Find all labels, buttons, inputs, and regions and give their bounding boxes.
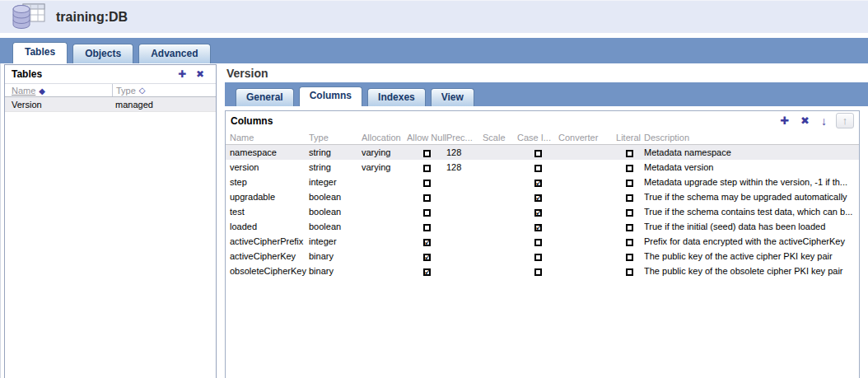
col-header-description[interactable]: Description <box>644 133 859 142</box>
case-insensitive-checkbox[interactable] <box>534 209 542 217</box>
case-insensitive-checkbox[interactable] <box>534 239 542 246</box>
cell-name: version <box>230 162 309 172</box>
literal-checkbox[interactable] <box>626 194 633 202</box>
allow-nulls-checkbox[interactable] <box>423 209 431 217</box>
allow-nulls-checkbox-cell <box>407 177 446 187</box>
cell-type: binary <box>309 251 362 261</box>
table-row[interactable]: obsoleteCipherKeybinaryThe public key of… <box>226 264 859 278</box>
col-header-allocation[interactable]: Allocation <box>362 133 407 142</box>
tab-advanced[interactable]: Advanced <box>138 44 210 63</box>
cell-type: string <box>309 162 362 172</box>
table-row[interactable]: versionstringvarying128Metadata version <box>226 160 859 175</box>
table-type: managed <box>112 100 216 110</box>
cell-precision: 128 <box>446 147 483 157</box>
allow-nulls-checkbox-cell <box>407 207 446 217</box>
case-insensitive-checkbox[interactable] <box>534 254 542 261</box>
allow-nulls-checkbox[interactable] <box>423 239 431 246</box>
case-insensitive-checkbox-cell <box>517 266 558 276</box>
case-insensitive-checkbox[interactable] <box>534 150 542 157</box>
column-header-type[interactable]: Type◇ <box>112 84 216 96</box>
literal-checkbox-cell <box>614 207 644 217</box>
tab-view[interactable]: View <box>431 88 474 106</box>
tab-general[interactable]: General <box>236 88 294 106</box>
page-title: training:DB <box>56 10 128 25</box>
table-row[interactable]: upgradablebooleanTrue if the schema may … <box>226 189 859 204</box>
detail-tab-bar: General Columns Indexes View <box>225 82 868 106</box>
table-row[interactable]: namespacestringvarying128Metadata namesp… <box>226 145 859 160</box>
literal-checkbox-cell <box>614 236 644 246</box>
allow-nulls-checkbox[interactable] <box>423 165 431 172</box>
allow-nulls-checkbox-cell <box>407 266 446 276</box>
tab-tables[interactable]: Tables <box>12 42 68 63</box>
move-column-down-button[interactable]: ↓ <box>815 114 833 128</box>
main-tab-bar: Tables Objects Advanced <box>0 38 868 63</box>
literal-checkbox[interactable] <box>626 209 633 217</box>
col-header-scale[interactable]: Scale <box>483 133 517 142</box>
remove-table-button[interactable]: ✖ <box>191 68 209 80</box>
case-insensitive-checkbox-cell <box>517 162 558 172</box>
literal-checkbox[interactable] <box>626 268 633 276</box>
cell-precision: 128 <box>446 162 483 172</box>
case-insensitive-checkbox[interactable] <box>534 165 542 172</box>
table-row[interactable]: loadedbooleanTrue if the initial (seed) … <box>226 219 859 234</box>
literal-checkbox[interactable] <box>626 150 633 157</box>
cell-name: activeCipherPrefix <box>230 236 309 246</box>
literal-checkbox[interactable] <box>626 180 633 187</box>
cell-type: boolean <box>309 222 362 231</box>
case-insensitive-checkbox-cell <box>517 192 558 202</box>
literal-checkbox[interactable] <box>626 239 633 246</box>
case-insensitive-checkbox[interactable] <box>534 224 542 231</box>
add-column-button[interactable]: ✚ <box>774 114 795 127</box>
literal-checkbox-cell <box>614 251 644 261</box>
cell-name: test <box>230 207 309 217</box>
add-table-button[interactable]: ✚ <box>173 68 191 80</box>
literal-checkbox-cell <box>614 147 644 157</box>
columns-table-body: namespacestringvarying128Metadata namesp… <box>226 145 859 278</box>
move-column-up-button[interactable]: ↑ <box>836 113 854 128</box>
col-header-precision[interactable]: Prec... <box>446 133 483 142</box>
case-insensitive-checkbox[interactable] <box>534 194 542 202</box>
columns-panel-title: Columns <box>231 115 774 127</box>
allow-nulls-checkbox[interactable] <box>423 254 431 261</box>
cell-name: loaded <box>230 222 309 231</box>
cell-name: namespace <box>230 147 309 157</box>
case-insensitive-checkbox[interactable] <box>534 268 542 276</box>
allow-nulls-checkbox[interactable] <box>423 150 431 157</box>
col-header-converter[interactable]: Converter <box>558 133 614 142</box>
table-row[interactable]: activeCipherKeybinaryThe public key of t… <box>226 249 859 264</box>
database-icon <box>10 3 48 31</box>
allow-nulls-checkbox[interactable] <box>423 224 431 231</box>
table-row[interactable]: stepintegerMetadata upgrade step within … <box>226 175 859 189</box>
col-header-literal[interactable]: Literal <box>614 133 644 142</box>
case-insensitive-checkbox-cell <box>517 207 558 217</box>
cell-description: True if the schema may be upgraded autom… <box>644 192 859 202</box>
literal-checkbox[interactable] <box>626 165 633 172</box>
case-insensitive-checkbox-cell <box>517 222 558 231</box>
allow-nulls-checkbox-cell <box>407 251 446 261</box>
col-header-name[interactable]: Name <box>230 133 309 142</box>
remove-column-button[interactable]: ✖ <box>795 114 815 127</box>
cell-type: boolean <box>309 192 362 202</box>
cell-description: True if the schema contains test data, w… <box>644 207 859 217</box>
tables-list-header: Name◆ Type◇ <box>5 83 216 97</box>
table-row[interactable]: testbooleanTrue if the schema contains t… <box>226 204 859 219</box>
allow-nulls-checkbox[interactable] <box>423 180 431 187</box>
case-insensitive-checkbox[interactable] <box>534 180 542 187</box>
tab-objects[interactable]: Objects <box>72 44 133 63</box>
col-header-type[interactable]: Type <box>309 133 362 142</box>
table-list-row[interactable]: Version managed <box>5 97 216 112</box>
col-header-allow-nulls[interactable]: Allow Nulls <box>407 133 446 142</box>
literal-checkbox[interactable] <box>626 224 633 231</box>
literal-checkbox[interactable] <box>626 254 633 261</box>
allow-nulls-checkbox[interactable] <box>423 194 431 202</box>
column-header-name[interactable]: Name◆ <box>5 86 112 96</box>
cell-type: integer <box>309 177 362 187</box>
cell-type: string <box>309 147 362 157</box>
allow-nulls-checkbox[interactable] <box>423 268 431 276</box>
literal-checkbox-cell <box>614 266 644 276</box>
allow-nulls-checkbox-cell <box>407 236 446 246</box>
table-row[interactable]: activeCipherPrefixintegerPrefix for data… <box>226 234 859 249</box>
col-header-case[interactable]: Case I... <box>517 133 558 142</box>
tab-indexes[interactable]: Indexes <box>367 88 426 106</box>
tab-columns[interactable]: Columns <box>299 86 362 106</box>
